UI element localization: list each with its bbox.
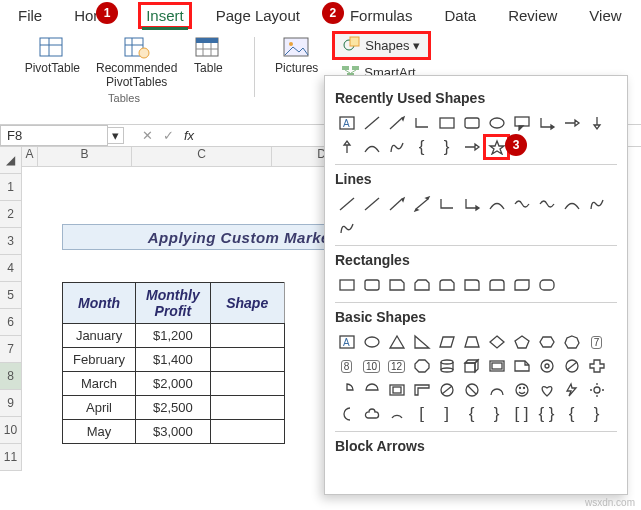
row-header[interactable]: 7 bbox=[0, 336, 22, 363]
shape-rbrace-icon[interactable]: } bbox=[485, 403, 508, 425]
shape-snipround-icon[interactable] bbox=[435, 274, 458, 296]
shape-lbrace2-icon[interactable]: { bbox=[560, 403, 583, 425]
shape-cube-icon[interactable] bbox=[460, 355, 483, 377]
shape-star-icon[interactable]: 3 bbox=[485, 136, 508, 158]
pictures-button[interactable]: Pictures bbox=[269, 33, 324, 77]
shape-trap-icon[interactable] bbox=[460, 331, 483, 353]
tab-page-layout[interactable]: Page Layout bbox=[210, 4, 306, 27]
shape-fold-icon[interactable] bbox=[510, 355, 533, 377]
row-header[interactable]: 8 bbox=[0, 363, 22, 390]
shape-line-icon[interactable] bbox=[360, 112, 383, 134]
select-all-corner[interactable]: ◢ bbox=[0, 147, 22, 174]
shape-rect-icon[interactable] bbox=[435, 112, 458, 134]
tab-file[interactable]: File bbox=[12, 4, 48, 27]
row-header[interactable]: 6 bbox=[0, 309, 22, 336]
shape-oval-icon[interactable] bbox=[485, 112, 508, 134]
shape-elbow-arr-icon[interactable] bbox=[460, 193, 483, 215]
name-box-dropdown[interactable]: ▾ bbox=[108, 127, 124, 144]
shape-moon-icon[interactable] bbox=[335, 403, 358, 425]
row-header[interactable]: 3 bbox=[0, 228, 22, 255]
shape-rect-icon[interactable] bbox=[335, 274, 358, 296]
tab-insert[interactable]: Insert bbox=[140, 4, 190, 27]
shape-noentry-icon[interactable] bbox=[560, 355, 583, 377]
shape-lbrace-icon[interactable]: { bbox=[460, 403, 483, 425]
shape-heart-icon[interactable] bbox=[535, 379, 558, 401]
shape-sun-icon[interactable] bbox=[585, 379, 608, 401]
tab-review[interactable]: Review bbox=[502, 4, 563, 27]
shape-curve-icon[interactable] bbox=[560, 193, 583, 215]
shape-cloud-icon[interactable] bbox=[360, 403, 383, 425]
shape-freeform-icon[interactable] bbox=[585, 193, 608, 215]
shape-line-icon[interactable] bbox=[360, 193, 383, 215]
shape-elbow-arrow-icon[interactable] bbox=[535, 112, 558, 134]
fx-icon[interactable]: fx bbox=[184, 128, 194, 143]
shape-arc2-icon[interactable] bbox=[385, 403, 408, 425]
shape-arrow-icon[interactable] bbox=[560, 112, 583, 134]
shape-curve-dbl-icon[interactable] bbox=[535, 193, 558, 215]
shape-textbox-icon[interactable]: A bbox=[335, 331, 358, 353]
shape-hex-icon[interactable] bbox=[535, 331, 558, 353]
shape-can-icon[interactable] bbox=[435, 355, 458, 377]
shape-snip1-icon[interactable] bbox=[385, 274, 408, 296]
shape-penta-icon[interactable] bbox=[510, 331, 533, 353]
col-header-b[interactable]: B bbox=[38, 147, 132, 167]
shape-elbow-icon[interactable] bbox=[410, 112, 433, 134]
name-box[interactable]: F8 bbox=[0, 125, 108, 146]
shape-line-arrow-icon[interactable] bbox=[385, 112, 408, 134]
shape-n12-icon[interactable]: 12 bbox=[385, 355, 408, 377]
shape-lbrak-icon[interactable]: [ bbox=[410, 403, 433, 425]
col-header-a[interactable]: A bbox=[22, 147, 38, 167]
shape-n8-icon[interactable]: 8 bbox=[335, 355, 358, 377]
shape-n10-icon[interactable]: 10 bbox=[360, 355, 383, 377]
tab-home[interactable]: Home 1 bbox=[68, 4, 120, 27]
shape-round-all-icon[interactable] bbox=[535, 274, 558, 296]
shape-roundrect-icon[interactable] bbox=[460, 112, 483, 134]
shape-callout-icon[interactable] bbox=[510, 112, 533, 134]
shape-dblbrace-icon[interactable]: { } bbox=[535, 403, 558, 425]
shape-block-icon[interactable] bbox=[460, 379, 483, 401]
shape-plus-icon[interactable] bbox=[585, 355, 608, 377]
row-header[interactable]: 4 bbox=[0, 255, 22, 282]
tab-view[interactable]: View bbox=[583, 4, 627, 27]
col-header-c[interactable]: C bbox=[132, 147, 272, 167]
shape-roundrect-icon[interactable] bbox=[360, 274, 383, 296]
shape-curve-conn-icon[interactable] bbox=[485, 193, 508, 215]
shape-round2-same-icon[interactable] bbox=[485, 274, 508, 296]
shape-frame-icon[interactable] bbox=[385, 379, 408, 401]
row-header[interactable]: 10 bbox=[0, 417, 22, 444]
shape-lframe-icon[interactable] bbox=[410, 379, 433, 401]
tab-data[interactable]: Data bbox=[438, 4, 482, 27]
shape-line-arrow-icon[interactable] bbox=[385, 193, 408, 215]
shape-bevel-icon[interactable] bbox=[485, 355, 508, 377]
shape-oval-icon[interactable] bbox=[360, 331, 383, 353]
recommended-pivottables-button[interactable]: Recommended PivotTables bbox=[90, 33, 183, 91]
shape-line-dbl-icon[interactable] bbox=[410, 193, 433, 215]
row-header[interactable]: 1 bbox=[0, 174, 22, 201]
shape-elbow-icon[interactable] bbox=[435, 193, 458, 215]
shape-noentry2-icon[interactable] bbox=[435, 379, 458, 401]
shape-line-icon[interactable] bbox=[335, 193, 358, 215]
shape-dblbrak-icon[interactable]: [ ] bbox=[510, 403, 533, 425]
shape-tri-icon[interactable] bbox=[385, 331, 408, 353]
shape-oct-icon[interactable] bbox=[410, 355, 433, 377]
shape-para-icon[interactable] bbox=[435, 331, 458, 353]
shape-rbrace2-icon[interactable]: } bbox=[585, 403, 608, 425]
shape-brace-r-icon[interactable]: } bbox=[435, 136, 458, 158]
shape-dia-icon[interactable] bbox=[485, 331, 508, 353]
shape-rbrak-icon[interactable]: ] bbox=[435, 403, 458, 425]
shape-arrow-up-icon[interactable] bbox=[335, 136, 358, 158]
shape-textbox-icon[interactable]: A bbox=[335, 112, 358, 134]
shape-hept-icon[interactable] bbox=[560, 331, 583, 353]
shape-arc-icon[interactable] bbox=[485, 379, 508, 401]
shape-chord-icon[interactable] bbox=[360, 379, 383, 401]
row-header[interactable]: 9 bbox=[0, 390, 22, 417]
shape-round1-icon[interactable] bbox=[460, 274, 483, 296]
shape-lightning-icon[interactable] bbox=[560, 379, 583, 401]
shape-arrow-down-icon[interactable] bbox=[585, 112, 608, 134]
row-header[interactable]: 11 bbox=[0, 444, 22, 471]
shape-snip2-icon[interactable] bbox=[410, 274, 433, 296]
row-header[interactable]: 5 bbox=[0, 282, 22, 309]
shape-round2-diag-icon[interactable] bbox=[510, 274, 533, 296]
shape-scribble-icon[interactable] bbox=[335, 217, 358, 239]
table-button[interactable]: Table bbox=[187, 33, 229, 77]
